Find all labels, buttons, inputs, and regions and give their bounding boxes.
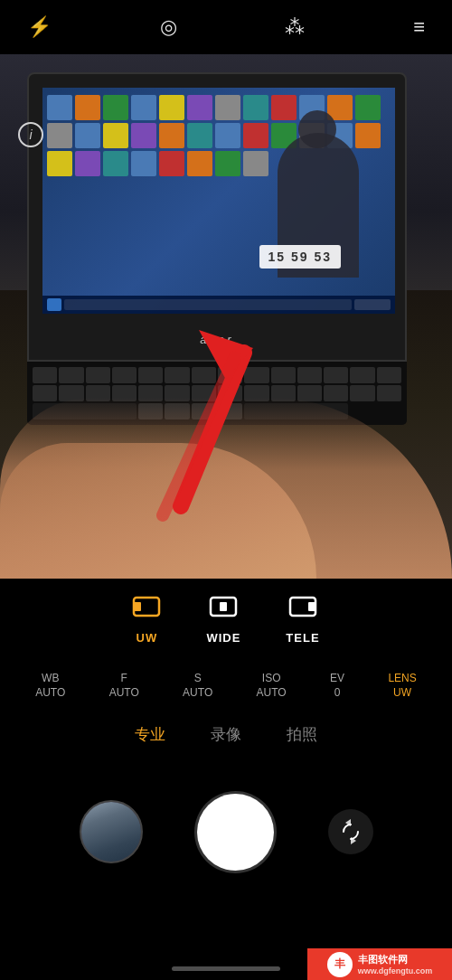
svg-rect-5 — [134, 602, 141, 611]
lens-setting[interactable]: LENS UW — [388, 672, 416, 699]
lens-bar: UW WIDE TELE — [0, 579, 452, 660]
tele-lens-icon — [288, 594, 317, 626]
flip-camera-button[interactable] — [328, 809, 373, 854]
lens-label: LENS — [388, 672, 416, 684]
settings-bar: WB AUTO F AUTO S AUTO ISO AUTO EV 0 LENS… — [0, 660, 452, 710]
watermark-logo: 丰 — [327, 952, 353, 977]
menu-icon[interactable]: ≡ — [413, 15, 425, 39]
ev-setting[interactable]: EV 0 — [330, 672, 344, 699]
f-setting[interactable]: F AUTO — [109, 672, 139, 699]
lens-uw-button[interactable]: UW — [132, 594, 161, 645]
camera-controls — [0, 759, 452, 904]
status-bar: ⚡ ◎ ⁂ ≡ — [0, 0, 452, 54]
person-head — [298, 110, 336, 148]
wb-label: WB — [42, 672, 59, 684]
ev-value: 0 — [334, 686, 341, 699]
laptop-screen: 15 59 53 — [42, 88, 395, 314]
tele-lens-label: TELE — [286, 631, 319, 645]
iso-label: ISO — [262, 672, 281, 684]
laptop-clock: 15 59 53 — [259, 245, 342, 269]
settings-dots-icon[interactable]: ⁂ — [285, 15, 305, 39]
s-value: AUTO — [183, 686, 212, 699]
tab-professional[interactable]: 专业 — [135, 724, 165, 745]
wb-value: AUTO — [35, 686, 65, 699]
tab-photo[interactable]: 拍照 — [287, 724, 317, 745]
mode-tabs: 专业 录像 拍照 — [0, 710, 452, 759]
shutter-button[interactable] — [197, 794, 274, 871]
watermark: 丰 丰图软件网 www.dgfengtu.com — [307, 948, 452, 980]
wide-lens-label: WIDE — [206, 631, 240, 645]
svg-line-3 — [163, 357, 235, 515]
wide-lens-icon — [209, 594, 238, 626]
f-value: AUTO — [109, 686, 139, 699]
svg-rect-7 — [220, 602, 227, 611]
uw-lens-label: UW — [137, 631, 158, 645]
home-bar — [172, 966, 280, 971]
wb-setting[interactable]: WB AUTO — [35, 672, 65, 699]
watermark-url: www.dgfengtu.com — [358, 966, 433, 975]
flip-icon — [338, 819, 363, 844]
lens-wide-button[interactable]: WIDE — [206, 594, 240, 645]
gallery-thumbnail[interactable] — [80, 800, 143, 863]
flash-off-icon[interactable]: ⚡ — [27, 15, 52, 39]
s-setting[interactable]: S AUTO — [183, 672, 212, 699]
thumbnail-image — [81, 802, 141, 862]
iso-setting[interactable]: ISO AUTO — [257, 672, 287, 699]
lens-value: UW — [393, 686, 411, 699]
ev-label: EV — [330, 672, 344, 684]
s-label: S — [194, 672, 202, 684]
tab-video[interactable]: 录像 — [211, 724, 241, 745]
lens-circle-icon[interactable]: ◎ — [160, 15, 177, 39]
watermark-site-name: 丰图软件网 — [358, 953, 433, 966]
iso-value: AUTO — [257, 686, 287, 699]
f-label: F — [121, 672, 127, 684]
red-arrow — [108, 325, 289, 524]
laptop-body: 15 59 53 acer — [27, 72, 407, 362]
uw-lens-icon — [132, 594, 161, 626]
lens-tele-button[interactable]: TELE — [286, 594, 319, 645]
svg-line-1 — [181, 353, 244, 506]
taskbar — [42, 296, 395, 314]
camera-viewfinder: 15 59 53 acer — [0, 54, 452, 579]
svg-rect-9 — [308, 602, 315, 611]
info-icon[interactable]: i — [18, 122, 43, 147]
